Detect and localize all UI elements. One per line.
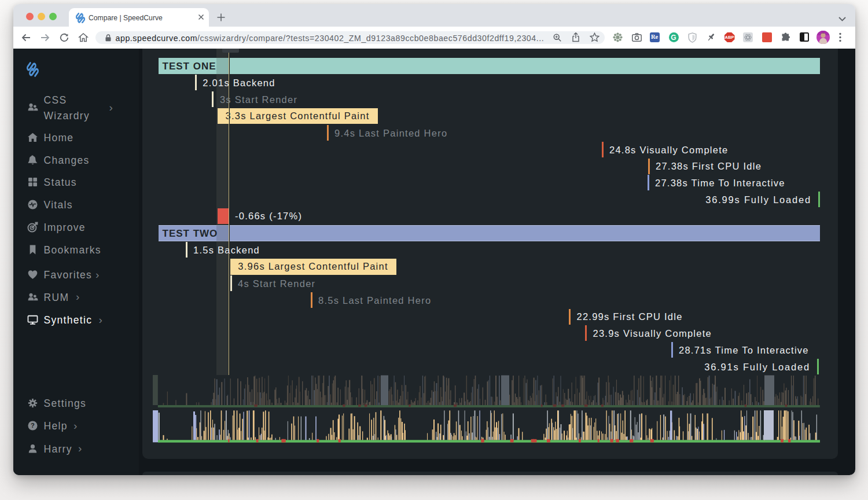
svg-text:?: ? (31, 422, 35, 429)
